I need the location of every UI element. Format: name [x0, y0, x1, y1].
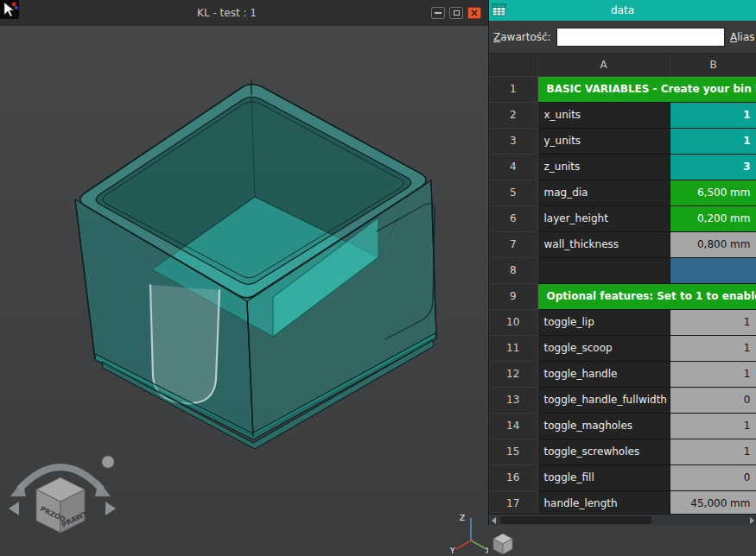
content-toolbar: Zawartość: Alias — [489, 21, 756, 54]
navcube-home-icon[interactable] — [102, 456, 114, 468]
scroll-left-arrow-icon[interactable] — [492, 517, 496, 524]
axis-indicator: Z X Y — [448, 508, 492, 554]
origin-cube-icon[interactable] — [490, 530, 516, 556]
window-title: KL - test : 1 — [35, 0, 419, 26]
sheet-row: 1BASIC VARIABLES - Create your bin here — [489, 76, 756, 102]
row-number[interactable]: 16 — [489, 464, 537, 490]
row-number[interactable]: 13 — [489, 387, 537, 413]
banner-cell[interactable]: BASIC VARIABLES - Create your bin here — [537, 76, 756, 102]
cell-a[interactable]: layer_height — [537, 205, 670, 231]
axis-z-label: Z — [460, 514, 465, 522]
navcube-left-arrow-icon[interactable] — [9, 502, 19, 515]
cell-a[interactable]: toggle_fill — [537, 464, 670, 490]
panel-title: data — [489, 0, 756, 21]
cell-b[interactable] — [670, 257, 756, 283]
sheet-row: 13toggle_handle_fullwidth0 — [489, 387, 756, 413]
cell-a[interactable]: mag_dia — [537, 180, 670, 205]
cell-b[interactable]: 45,000 mm — [670, 490, 756, 514]
cell-b[interactable]: 1 — [670, 128, 756, 154]
cell-a[interactable]: toggle_magholes — [537, 413, 670, 439]
sheet-row: 5mag_dia6,500 mm — [489, 180, 756, 205]
row-number[interactable]: 8 — [489, 257, 537, 283]
cell-b[interactable]: 0 — [670, 387, 756, 413]
cell-b[interactable]: 0 — [670, 464, 756, 490]
row-number[interactable]: 1 — [489, 76, 537, 102]
close-button[interactable] — [467, 7, 481, 19]
row-number[interactable]: 10 — [489, 309, 537, 335]
cell-a[interactable]: toggle_lip — [537, 309, 670, 335]
data-panel-window: data Zawartość: Alias A B 1BASIC VARIABL… — [488, 0, 756, 525]
maximize-icon — [454, 10, 460, 16]
cell-b[interactable]: 0,200 mm — [670, 205, 756, 231]
minimize-button[interactable] — [431, 7, 445, 19]
column-header-b[interactable]: B — [670, 54, 756, 76]
scroll-right-arrow-icon[interactable] — [750, 517, 754, 524]
header-row: A B — [489, 54, 756, 76]
spreadsheet[interactable]: A B 1BASIC VARIABLES - Create your bin h… — [489, 54, 756, 514]
sheet-row: 17handle_length45,000 mm — [489, 490, 756, 514]
content-label: Zawartość: — [493, 31, 551, 43]
row-number[interactable]: 2 — [489, 102, 537, 128]
row-number[interactable]: 3 — [489, 128, 537, 154]
cell-a[interactable] — [537, 257, 670, 283]
row-number[interactable]: 5 — [489, 180, 537, 205]
row-number[interactable]: 6 — [489, 205, 537, 231]
row-number[interactable]: 9 — [489, 283, 537, 309]
cell-a[interactable]: toggle_screwholes — [537, 439, 670, 464]
sheet-row: 14toggle_magholes1 — [489, 413, 756, 439]
sheet-row: 8 — [489, 257, 756, 283]
column-header-a[interactable]: A — [537, 54, 670, 76]
content-input[interactable] — [556, 28, 725, 47]
maximize-button[interactable] — [449, 7, 463, 19]
cell-a[interactable]: toggle_scoop — [537, 335, 670, 361]
row-number[interactable]: 11 — [489, 335, 537, 361]
cell-a[interactable]: wall_thickness — [537, 231, 670, 257]
row-number[interactable]: 7 — [489, 231, 537, 257]
cell-a[interactable]: y_units — [537, 128, 670, 154]
row-number[interactable]: 4 — [489, 154, 537, 180]
sheet-row: 4z_units3 — [489, 154, 756, 180]
horizontal-scrollbar[interactable] — [489, 514, 756, 525]
cell-a[interactable]: handle_length — [537, 490, 670, 514]
sheet-row: 3y_units1 — [489, 128, 756, 154]
row-number[interactable]: 15 — [489, 439, 537, 464]
cell-b[interactable]: 6,500 mm — [670, 180, 756, 205]
viewport-strip — [488, 525, 756, 556]
navcube-right-arrow-icon[interactable] — [105, 502, 116, 515]
corner-header[interactable] — [489, 54, 537, 76]
cell-b[interactable]: 1 — [670, 439, 756, 464]
cell-b[interactable]: 1 — [670, 102, 756, 128]
sheet-row: 11toggle_scoop1 — [489, 335, 756, 361]
cell-a[interactable]: toggle_handle — [537, 361, 670, 387]
sheet-row: 10toggle_lip1 — [489, 309, 756, 335]
sheet-row: 9Optional features: Set to 1 to enable, … — [489, 283, 756, 309]
minimize-icon — [435, 12, 442, 14]
navigation-cube[interactable]: PRZÓD PRAWY — [2, 436, 123, 556]
panel-titlebar[interactable]: data — [489, 0, 756, 21]
sheet-row: 12toggle_handle1 — [489, 361, 756, 387]
sheet-row: 16toggle_fill0 — [489, 464, 756, 490]
row-number[interactable]: 17 — [489, 490, 537, 514]
cell-a[interactable]: z_units — [537, 154, 670, 180]
banner-cell[interactable]: Optional features: Set to 1 to enable, 0… — [537, 283, 756, 309]
row-number[interactable]: 12 — [489, 361, 537, 387]
cell-b[interactable]: 1 — [670, 309, 756, 335]
cell-b[interactable]: 0,800 mm — [670, 231, 756, 257]
cell-b[interactable]: 1 — [670, 335, 756, 361]
cell-b[interactable]: 1 — [670, 413, 756, 439]
sheet-row: 15toggle_screwholes1 — [489, 439, 756, 464]
cad-titlebar[interactable]: KL - test : 1 — [0, 0, 488, 26]
cell-a[interactable]: x_units — [537, 102, 670, 128]
cell-a[interactable]: toggle_handle_fullwidth — [537, 387, 670, 413]
cell-b[interactable]: 1 — [670, 361, 756, 387]
cad-window: PRZÓD PRAWY Z X Y KL - test : 1 — [0, 0, 488, 556]
sheet-row: 7wall_thickness0,800 mm — [489, 231, 756, 257]
spreadsheet-table: A B 1BASIC VARIABLES - Create your bin h… — [489, 54, 756, 514]
window-controls — [431, 7, 481, 19]
sheet-row: 2x_units1 — [489, 102, 756, 128]
scrollbar-thumb[interactable] — [500, 516, 651, 524]
alias-label: Alias — [730, 31, 756, 43]
sheet-body: 1BASIC VARIABLES - Create your bin here2… — [489, 76, 756, 514]
row-number[interactable]: 14 — [489, 413, 537, 439]
cell-b[interactable]: 3 — [670, 154, 756, 180]
